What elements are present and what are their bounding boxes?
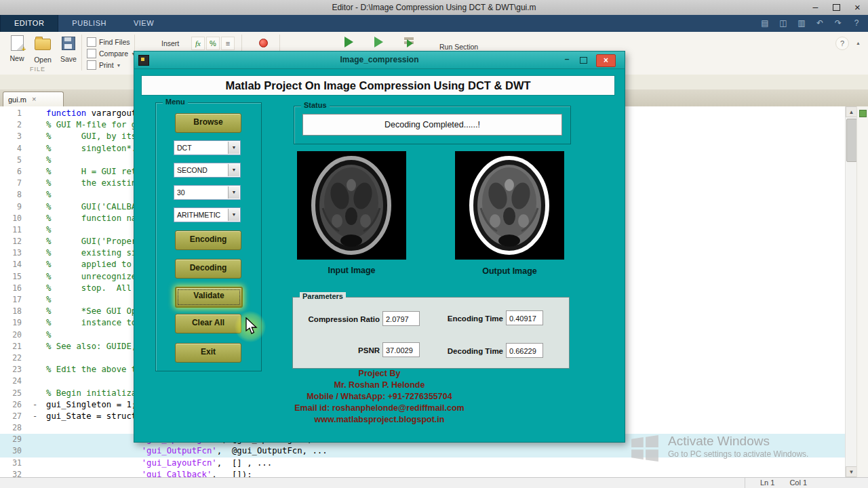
collapse-toolstrip-icon[interactable]: ▲: [856, 41, 861, 45]
encoding-button[interactable]: Encoding: [175, 230, 241, 250]
chevron-down-icon[interactable]: ▼: [228, 142, 239, 154]
comment-icon[interactable]: %: [206, 37, 220, 50]
psnr-label: PSNR: [301, 346, 380, 354]
exit-button[interactable]: Exit: [175, 343, 241, 363]
run-section-button[interactable]: Run Section: [439, 43, 478, 51]
window-minimize-button[interactable]: –: [805, 0, 826, 14]
credit-line: Mobile / WhatsApp: +91-7276355704: [134, 391, 625, 403]
close-tab-icon[interactable]: ×: [32, 96, 36, 103]
code-analyzer-strip: [856, 106, 868, 477]
window-controls: – ×: [805, 0, 868, 14]
find-files-button[interactable]: Find Files: [87, 37, 130, 47]
tab-view[interactable]: VIEW: [120, 15, 167, 32]
quick-copy-icon[interactable]: ◫: [777, 18, 789, 29]
encoding-time-label: Encoding Time: [443, 314, 503, 323]
save-button[interactable]: Save: [57, 35, 80, 63]
status-message: Decoding Completed......!: [302, 114, 562, 136]
run-advance-icon[interactable]: [374, 37, 383, 47]
decoding-time-label: Decoding Time: [443, 347, 503, 355]
run-icon[interactable]: [344, 37, 353, 47]
psnr-field[interactable]: 37.0029: [382, 342, 420, 357]
window-close-button[interactable]: ×: [847, 0, 868, 14]
credits-block: Project By Mr. Roshan P. Helonde Mobile …: [134, 368, 625, 426]
combo-transform-type[interactable]: DCT ▼: [174, 140, 241, 155]
chevron-down-icon[interactable]: ▼: [228, 209, 239, 221]
tab-publish[interactable]: PUBLISH: [58, 15, 120, 32]
divider: [745, 478, 745, 488]
parameters-panel-label: Parameters: [300, 292, 346, 300]
quick-access-toolbar: ▤ ◫ ▥ ↶ ↷ ?: [759, 18, 863, 29]
mouse-cursor: [245, 317, 260, 338]
scroll-up-icon[interactable]: ▲: [846, 106, 857, 117]
window-title: Editor - D:\Image Compression Using DCT …: [0, 0, 868, 15]
input-image: [297, 151, 406, 260]
input-image-label: Input Image: [297, 266, 406, 275]
editor-scrollbar[interactable]: ▲ ▼: [845, 106, 857, 477]
open-button[interactable]: Open: [31, 35, 54, 64]
encoding-time-field[interactable]: 0.40917: [506, 310, 543, 325]
breakpoints-icon[interactable]: [259, 39, 268, 47]
image-compression-dialog: Image_compression – × Matlab Project On …: [134, 51, 625, 443]
search-doc-icon[interactable]: ?: [835, 37, 849, 50]
decoding-button[interactable]: Decoding: [175, 259, 241, 279]
menu-panel-label: Menu: [163, 98, 188, 106]
undo-icon[interactable]: ↶: [814, 18, 826, 29]
restore-icon: [833, 4, 840, 11]
clear-all-button[interactable]: Clear All: [175, 314, 241, 333]
compare-button[interactable]: Compare▼: [87, 49, 136, 58]
status-panel-label: Status: [301, 101, 330, 109]
credit-line: Email id: roshanphelonde@rediffmail.com: [134, 403, 625, 414]
validate-button[interactable]: Validate: [175, 287, 243, 308]
dialog-titlebar[interactable]: Image_compression – ×: [134, 52, 625, 69]
indent-icon[interactable]: ≡: [221, 37, 235, 50]
activate-windows-watermark: Activate Windows Go to PC settings to ac…: [631, 434, 808, 462]
output-image-label: Output Image: [455, 266, 564, 276]
credit-line: www.matlabsproject.blogspot.in: [134, 414, 625, 426]
combo-coding-type[interactable]: ARITHMETIC ▼: [174, 207, 241, 222]
tab-editor[interactable]: EDITOR: [0, 15, 58, 32]
window-restore-button[interactable]: [826, 0, 847, 14]
chevron-down-icon[interactable]: ▼: [228, 164, 239, 176]
status-line: Ln 1: [760, 478, 774, 488]
run-section-play-icon[interactable]: [407, 39, 413, 47]
print-button[interactable]: Print▼: [87, 60, 121, 70]
dialog-maximize-button[interactable]: [576, 54, 590, 65]
watermark-subtitle: Go to PC settings to activate Windows.: [668, 449, 808, 460]
status-col: Col 1: [789, 478, 807, 488]
print-icon: [87, 60, 96, 70]
new-script-button[interactable]: + New: [5, 35, 28, 62]
redo-icon[interactable]: ↷: [832, 18, 844, 29]
combo-quality[interactable]: 30 ▼: [174, 185, 241, 200]
screen: Editor - D:\Image Compression Using DCT …: [0, 0, 868, 488]
toolbar-divider: [81, 35, 82, 70]
chevron-down-icon[interactable]: ▼: [228, 186, 239, 199]
scroll-down-icon[interactable]: ▼: [846, 466, 857, 477]
code-line-32: 32 'gui_Callback', []);: [0, 469, 845, 477]
window-titlebar[interactable]: Editor - D:\Image Compression Using DCT …: [0, 0, 868, 16]
insert-function-icon[interactable]: fx: [191, 37, 205, 50]
dialog-close-button[interactable]: ×: [596, 54, 616, 67]
chevron-down-icon: ▼: [117, 63, 121, 68]
quick-paste-icon[interactable]: ▥: [795, 18, 808, 29]
browse-button[interactable]: Browse: [175, 113, 241, 133]
windows-logo-icon: [631, 434, 659, 462]
combo-decomposition-level[interactable]: SECOND ▼: [174, 163, 241, 178]
open-folder-icon: [35, 39, 51, 50]
dialog-minimize-button[interactable]: –: [560, 54, 574, 65]
status-panel: Status Decoding Completed......!: [294, 106, 571, 144]
scrollbar-thumb[interactable]: [846, 119, 857, 162]
ribbon-bar: EDITORPUBLISHVIEW: [0, 15, 868, 32]
editor-tab-gui-m[interactable]: gui.m ×: [3, 92, 64, 106]
maximize-icon: [580, 57, 587, 64]
quick-save-icon[interactable]: ▤: [759, 18, 771, 29]
insert-label: Insert: [161, 39, 179, 47]
output-image: [455, 151, 564, 260]
credit-line: Mr. Roshan P. Helonde: [134, 380, 625, 391]
compression-ratio-field[interactable]: 2.0797: [382, 311, 420, 326]
code-analyzer-indicator[interactable]: [859, 110, 867, 117]
save-disk-icon: [62, 37, 75, 50]
compression-ratio-label: Compression Ratio: [301, 315, 380, 323]
decoding-time-field[interactable]: 0.66229: [506, 343, 543, 358]
help-icon[interactable]: ?: [850, 18, 863, 29]
cursor-position: Ln 1 Col 1: [745, 478, 807, 488]
